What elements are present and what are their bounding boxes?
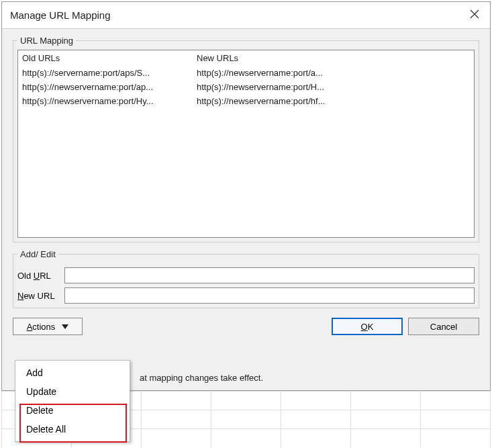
old-url-input[interactable]	[64, 267, 475, 283]
ok-button[interactable]: OK	[332, 318, 403, 335]
table-header-row: Old URLs New URLs	[18, 50, 474, 66]
table-row[interactable]: http(s)://newservername:port/Hy... http(…	[18, 94, 474, 108]
menu-item-update[interactable]: Update	[15, 382, 130, 401]
table-row[interactable]: http(s)://newservername:port/ap... http(…	[18, 80, 474, 94]
dialog-title: Manage URL Mapping	[2, 9, 459, 21]
menu-item-add[interactable]: Add	[15, 363, 130, 382]
manage-url-mapping-dialog: Manage URL Mapping URL Mapping Old URLs …	[1, 1, 491, 391]
url-mapping-legend: URL Mapping	[17, 36, 76, 46]
cell-old-url: http(s)://servername:port/aps/S...	[18, 66, 193, 80]
add-edit-legend: Add/ Edit	[17, 249, 58, 259]
actions-button[interactable]: Actions	[13, 318, 83, 335]
new-url-input[interactable]	[64, 287, 475, 304]
actions-menu: Add Update Delete Delete All	[15, 360, 130, 442]
hint-text: at mapping changes take effect.	[140, 373, 263, 383]
cell-new-url: http(s)://newservername:port/H...	[193, 80, 367, 94]
table-row[interactable]: http(s)://servername:port/aps/S... http(…	[18, 66, 474, 80]
cancel-button[interactable]: Cancel	[408, 318, 479, 335]
menu-item-delete[interactable]: Delete	[15, 401, 130, 420]
chevron-down-icon	[62, 324, 68, 329]
col-old-urls[interactable]: Old URLs	[18, 50, 193, 66]
cell-new-url: http(s)://newservername:port/hf...	[193, 94, 367, 108]
titlebar: Manage URL Mapping	[2, 2, 490, 29]
menu-item-delete-all[interactable]: Delete All	[15, 420, 130, 439]
col-new-urls[interactable]: New URLs	[193, 50, 367, 66]
cell-new-url: http(s)://newservername:port/a...	[193, 66, 367, 80]
add-edit-group: Add/ Edit Old URL New URL	[13, 249, 479, 308]
cell-old-url: http(s)://newservername:port/ap...	[18, 80, 193, 94]
new-url-label: New URL	[17, 291, 64, 301]
url-mapping-table[interactable]: Old URLs New URLs http(s)://servername:p…	[17, 50, 475, 238]
close-button[interactable]	[459, 2, 490, 28]
url-mapping-group: URL Mapping Old URLs New URLs http(s)://…	[13, 36, 479, 242]
old-url-label: Old URL	[17, 271, 64, 281]
close-icon	[470, 8, 479, 22]
cell-old-url: http(s)://newservername:port/Hy...	[18, 94, 193, 108]
